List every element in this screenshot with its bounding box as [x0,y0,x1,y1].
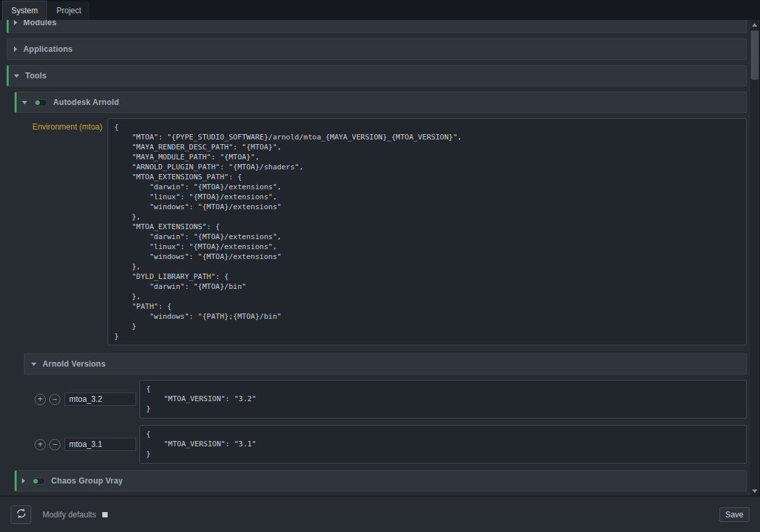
version-row: + − { "MTOA_VERSION": "3.2" } [24,380,747,418]
tab-project[interactable]: Project [47,1,90,20]
triangle-up-icon [752,23,757,27]
version-row-controls: + − [35,393,140,406]
chevron-right-icon [14,20,17,25]
scrollbar-thumb[interactable] [751,31,759,80]
modify-defaults-label: Modify defaults [43,510,96,519]
arnold-versions-content: Arnold Versions + − { "MTOA_VERSION": "3… [15,353,747,464]
section-label-applications: Applications [23,44,72,54]
section-label-tools: Tools [25,71,47,80]
settings-window: System Project Modules Applications Tool… [0,0,760,20]
tab-project-label: Project [56,6,81,15]
remove-item-button[interactable]: − [49,394,60,405]
section-header-autodesk-arnold[interactable]: Autodesk Arnold [15,92,747,113]
add-item-button[interactable]: + [35,394,46,405]
section-label-modules: Modules [23,20,56,27]
tab-bar: System Project [0,0,760,20]
vertical-scrollbar[interactable] [750,20,759,495]
version-key-input[interactable] [64,393,136,406]
tab-system-label: System [11,6,38,15]
chevron-right-icon [14,46,17,52]
section-label-arnold-versions: Arnold Versions [43,359,106,369]
refresh-button[interactable] [11,505,31,524]
section-header-chaos-group-vray[interactable]: Chaos Group Vray [15,470,747,491]
version-json-editor[interactable]: { "MTOA_VERSION": "3.1" } [140,425,747,464]
tab-system[interactable]: System [2,1,47,20]
modify-defaults-checkbox[interactable] [102,512,108,517]
environment-row: Environment (mtoa) { "MTOA": "{PYPE_STUD… [15,118,747,345]
section-label-autodesk-arnold: Autodesk Arnold [53,98,119,107]
settings-scroll-area: Modules Applications Tools Autodesk Arno… [0,20,750,495]
version-json-editor[interactable]: { "MTOA_VERSION": "3.2" } [140,380,747,418]
save-button[interactable]: Save [719,507,749,522]
section-label-chaos-group-vray: Chaos Group Vray [51,476,123,486]
remove-item-button[interactable]: − [49,439,60,450]
version-row-controls: + − [35,438,140,451]
add-item-button[interactable]: + [35,439,46,450]
chevron-down-icon [14,74,19,78]
toggle-knob [35,100,40,105]
toggle-knob [33,479,38,484]
tools-section-content: Autodesk Arnold Environment (mtoa) { "MT… [7,92,747,491]
section-header-modules[interactable]: Modules [7,20,747,33]
version-key-input[interactable] [64,438,136,451]
chevron-down-icon [22,101,27,104]
section-header-arnold-versions[interactable]: Arnold Versions [24,353,747,375]
version-row: + − { "MTOA_VERSION": "3.1" } [24,425,747,464]
chevron-right-icon [22,478,25,484]
chevron-down-icon [31,363,37,366]
footer-bar: Modify defaults Save [0,495,760,532]
environment-json-editor[interactable]: { "MTOA": "{PYPE_STUDIO_SOFTWARE}/arnold… [108,118,747,345]
section-header-tools[interactable]: Tools [7,65,747,86]
triangle-down-icon [752,489,757,493]
scroll-up-arrow-icon[interactable] [750,20,759,29]
arnold-enabled-toggle[interactable] [34,99,47,106]
vray-enabled-toggle[interactable] [32,478,45,485]
scroll-down-arrow-icon[interactable] [750,486,759,495]
environment-label: Environment (mtoa) [15,118,108,132]
section-header-applications[interactable]: Applications [7,39,747,60]
refresh-icon [16,508,27,521]
